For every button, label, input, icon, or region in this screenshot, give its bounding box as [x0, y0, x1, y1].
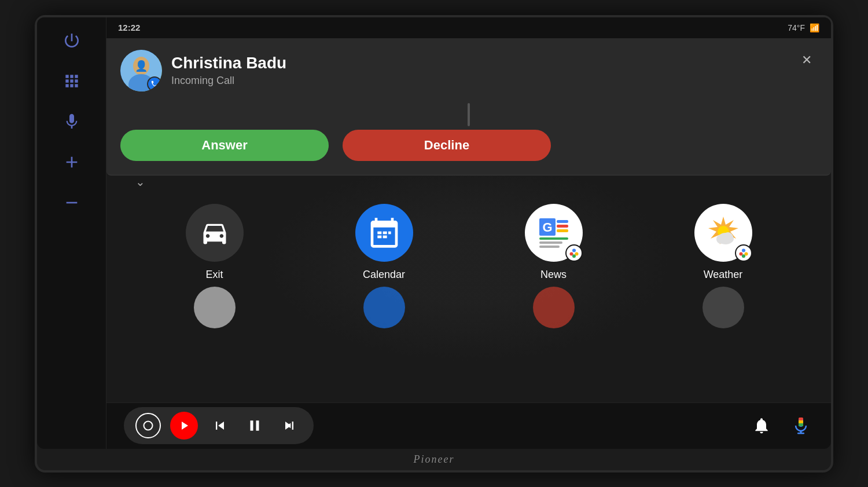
call-status-text: Incoming Call — [171, 75, 787, 87]
partial-app-1-wrapper — [168, 287, 261, 328]
call-info: Christina Badu Incoming Call — [171, 54, 787, 87]
skip-prev-icon — [212, 418, 228, 434]
partial-app-2 — [363, 287, 405, 328]
bell-icon — [752, 416, 771, 435]
status-bar: 12:22 74°F 📶 — [106, 17, 831, 38]
play-icon — [177, 419, 191, 433]
svg-rect-36 — [797, 433, 804, 434]
partial-app-4-wrapper — [677, 287, 770, 328]
svg-rect-33 — [799, 420, 803, 423]
svg-rect-15 — [539, 241, 562, 244]
google-assistant-button[interactable] — [788, 413, 814, 438]
svg-text:G: G — [542, 220, 552, 235]
power-button[interactable] — [60, 29, 83, 52]
answer-button[interactable]: Answer — [120, 130, 329, 161]
skip-next-button[interactable] — [277, 413, 302, 438]
exit-label: Exit — [205, 269, 223, 281]
calendar-icon — [368, 217, 400, 249]
pioneer-logo: Pioneer — [37, 449, 831, 470]
call-header: 👤 Christina Badu Incoming Call — [120, 50, 817, 91]
media-bar — [106, 402, 831, 449]
minus-button[interactable] — [60, 191, 83, 214]
svg-point-20 — [572, 254, 576, 258]
partial-app-3 — [533, 287, 575, 328]
svg-point-29 — [742, 254, 745, 258]
skip-prev-button[interactable] — [207, 413, 233, 438]
svg-rect-16 — [539, 246, 560, 248]
svg-rect-6 — [388, 231, 391, 234]
phone-icon — [150, 80, 159, 88]
weather-icon-svg — [705, 214, 742, 251]
call-action-buttons: Answer Decline — [120, 130, 817, 161]
youtube-button[interactable] — [170, 412, 198, 440]
power-icon — [62, 31, 81, 50]
home-circle-button[interactable] — [135, 413, 161, 438]
media-controls-group — [124, 407, 314, 444]
apps-icon — [62, 72, 81, 90]
app-weather[interactable]: Weather — [677, 204, 770, 281]
exit-icon-bg — [186, 204, 244, 262]
svg-rect-4 — [377, 231, 381, 234]
pause-icon — [246, 417, 263, 434]
svg-point-25 — [723, 232, 733, 243]
pause-button[interactable] — [242, 413, 267, 438]
caller-name: Christina Badu — [171, 54, 787, 72]
pioneer-device: 12:22 74°F 📶 — [35, 15, 833, 473]
svg-rect-34 — [799, 423, 803, 426]
partial-app-1 — [194, 287, 236, 328]
assistant-badge-icon — [569, 248, 579, 258]
right-controls — [749, 413, 814, 438]
app-row-main: Exit — [130, 198, 808, 287]
incoming-call-overlay: 👤 Christina Badu Incoming Call — [106, 38, 831, 175]
svg-rect-7 — [377, 235, 381, 238]
status-icons: 74°F 📶 — [788, 23, 819, 32]
google-mic-icon — [790, 415, 811, 436]
plus-button[interactable] — [60, 151, 83, 174]
partial-app-4 — [703, 287, 744, 328]
microphone-icon — [62, 112, 81, 131]
clock: 12:22 — [118, 23, 140, 32]
notification-button[interactable] — [749, 413, 774, 438]
app-news[interactable]: G — [507, 204, 600, 281]
calendar-label: Calendar — [363, 269, 405, 281]
app-calendar[interactable]: Calendar — [338, 204, 431, 281]
weather-icon-wrapper — [694, 204, 752, 262]
svg-rect-13 — [557, 229, 568, 232]
phone-badge — [147, 76, 162, 91]
temperature: 74°F — [788, 23, 805, 32]
weather-label: Weather — [704, 269, 743, 281]
close-call-button[interactable]: ✕ — [796, 50, 817, 71]
partial-app-3-wrapper — [507, 287, 600, 328]
news-icon-svg: G — [536, 215, 571, 250]
svg-rect-32 — [799, 418, 803, 420]
minus-icon — [62, 193, 81, 212]
assistant-badge-weather-icon — [738, 248, 749, 258]
svg-rect-11 — [557, 220, 568, 223]
plus-icon — [62, 153, 81, 171]
decline-button[interactable]: Decline — [343, 130, 551, 161]
skip-next-icon — [281, 418, 297, 434]
call-slider — [468, 103, 470, 126]
caller-avatar: 👤 — [120, 50, 162, 91]
svg-rect-8 — [382, 235, 387, 238]
svg-rect-12 — [557, 225, 568, 228]
svg-text:👤: 👤 — [135, 60, 148, 72]
partial-app-row — [130, 287, 808, 334]
app-grid: ⌄ Exit — [106, 160, 831, 402]
calendar-icon-bg — [355, 204, 413, 262]
circle-icon — [142, 420, 154, 431]
microphone-button[interactable] — [60, 110, 83, 133]
svg-point-17 — [572, 248, 576, 252]
svg-rect-5 — [382, 231, 387, 234]
svg-point-26 — [742, 248, 745, 252]
exit-car-icon — [200, 218, 230, 248]
svg-rect-14 — [539, 237, 568, 240]
signal-icon: 📶 — [810, 23, 819, 32]
apps-button[interactable] — [60, 69, 83, 93]
assistant-badge-news — [565, 244, 583, 262]
sidebar — [37, 17, 106, 449]
main-screen: 12:22 74°F 📶 — [106, 17, 831, 449]
news-icon-wrapper: G — [525, 204, 583, 262]
assistant-badge-weather — [735, 244, 752, 262]
app-exit[interactable]: Exit — [168, 204, 261, 281]
